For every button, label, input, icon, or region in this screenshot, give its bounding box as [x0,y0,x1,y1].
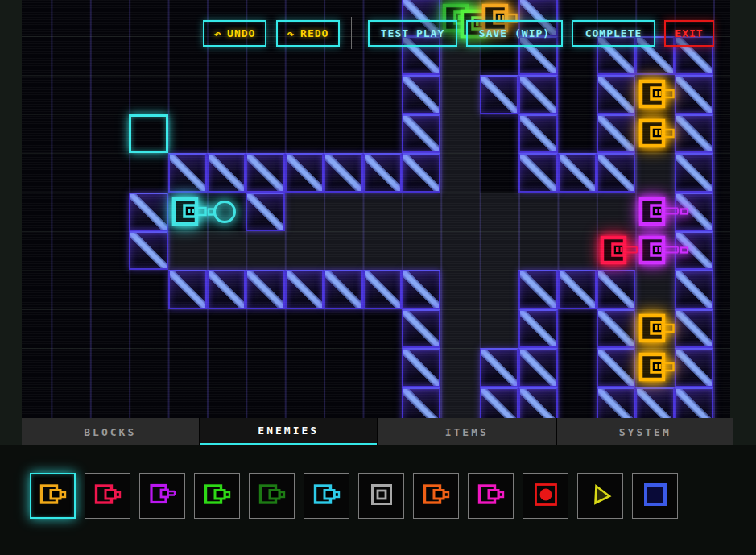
floor-tile[interactable] [402,193,440,231]
floor-tile[interactable] [402,231,440,270]
cyan-turret[interactable] [171,196,236,228]
slope-tile[interactable] [480,348,518,387]
slope-tile[interactable] [285,270,324,309]
floor-tile[interactable] [480,270,518,309]
level-grid[interactable] [22,0,730,418]
palette-item-yellow-arrow-enemy[interactable] [577,473,623,519]
slope-tile[interactable] [597,75,635,114]
palette-item-blue-block-enemy[interactable] [632,473,678,519]
slope-tile[interactable] [246,193,284,231]
slope-tile[interactable] [402,348,440,387]
palette-item-purple-beam-enemy[interactable] [139,473,185,519]
floor-tile[interactable] [558,231,597,270]
floor-tile[interactable] [440,348,479,387]
slope-tile[interactable] [518,309,557,348]
floor-tile[interactable] [558,193,597,231]
floor-tile[interactable] [440,387,479,418]
slope-tile[interactable] [597,387,635,418]
slope-tile[interactable] [168,153,207,192]
orange-turret[interactable] [638,313,703,345]
floor-tile[interactable] [168,231,207,270]
slope-tile[interactable] [597,309,635,348]
floor-tile[interactable] [635,270,674,309]
orange-turret[interactable] [638,351,703,383]
slope-tile[interactable] [558,270,597,309]
slope-tile[interactable] [402,114,440,153]
slope-tile[interactable] [363,153,402,192]
undo-button[interactable]: ↶ UNDO [203,20,266,47]
floor-tile[interactable] [324,193,362,231]
slope-tile[interactable] [480,387,518,418]
slope-tile[interactable] [324,270,362,309]
complete-button[interactable]: COMPLETE [572,20,655,47]
palette-item-red-dot-enemy[interactable] [523,473,568,519]
floor-tile[interactable] [324,231,362,270]
palette-item-orange-enemy[interactable] [30,473,76,519]
slope-tile[interactable] [402,387,440,418]
slope-tile[interactable] [285,153,324,192]
slope-tile[interactable] [597,270,635,309]
floor-tile[interactable] [440,193,479,231]
floor-tile[interactable] [518,231,557,270]
slope-tile[interactable] [635,387,674,418]
slope-tile[interactable] [558,153,597,192]
floor-tile[interactable] [480,309,518,348]
floor-tile[interactable] [285,193,324,231]
slope-tile[interactable] [246,153,284,192]
slope-tile[interactable] [129,193,167,231]
floor-tile[interactable] [363,231,402,270]
tab-items[interactable]: ITEMS [378,418,556,445]
save-button[interactable]: SAVE (WIP) [466,20,563,47]
test-play-button[interactable]: TEST PLAY [368,20,457,47]
slope-tile[interactable] [518,270,557,309]
floor-tile[interactable] [440,270,479,309]
palette-item-gray-block-enemy[interactable] [358,473,404,519]
red-turret[interactable] [600,234,664,267]
slope-tile[interactable] [207,153,246,192]
floor-tile[interactable] [480,231,518,270]
magenta-turret[interactable] [638,196,703,228]
slope-tile[interactable] [518,348,557,387]
tab-enemies[interactable]: ENEMIES [200,418,378,445]
slope-tile[interactable] [324,153,362,192]
tab-blocks[interactable]: BLOCKS [22,418,199,445]
floor-tile[interactable] [207,231,246,270]
slope-tile[interactable] [363,270,402,309]
slope-tile[interactable] [518,114,557,153]
floor-tile[interactable] [440,153,479,192]
slope-tile[interactable] [597,153,635,192]
slope-tile[interactable] [402,153,440,192]
slope-tile[interactable] [480,75,518,114]
floor-tile[interactable] [597,193,635,231]
palette-item-dark-orange-enemy[interactable] [413,473,459,519]
slope-tile[interactable] [518,153,557,192]
floor-tile[interactable] [363,193,402,231]
slope-tile[interactable] [402,270,440,309]
palette-item-green-enemy[interactable] [194,473,240,519]
slope-tile[interactable] [402,309,440,348]
floor-tile[interactable] [518,193,557,231]
slope-tile[interactable] [518,387,557,418]
redo-button[interactable]: ↷ REDO [276,20,340,47]
slope-tile[interactable] [675,387,713,418]
orange-turret[interactable] [638,118,703,150]
slope-tile[interactable] [129,231,167,270]
slope-tile[interactable] [675,153,713,192]
floor-tile[interactable] [285,231,324,270]
slope-tile[interactable] [207,270,246,309]
slope-tile[interactable] [246,270,284,309]
slope-tile[interactable] [597,114,635,153]
palette-item-red-enemy[interactable] [85,473,130,519]
palette-item-pink-enemy[interactable] [468,473,514,519]
slope-tile[interactable] [402,75,440,114]
slope-tile[interactable] [597,348,635,387]
orange-turret[interactable] [638,78,703,110]
palette-item-dark-green-enemy[interactable] [249,473,295,519]
floor-tile[interactable] [440,309,479,348]
floor-tile[interactable] [246,231,284,270]
palette-item-cyan-enemy[interactable] [304,473,349,519]
floor-tile[interactable] [440,231,479,270]
floor-tile[interactable] [480,193,518,231]
floor-tile[interactable] [440,114,479,153]
floor-tile[interactable] [440,75,479,114]
